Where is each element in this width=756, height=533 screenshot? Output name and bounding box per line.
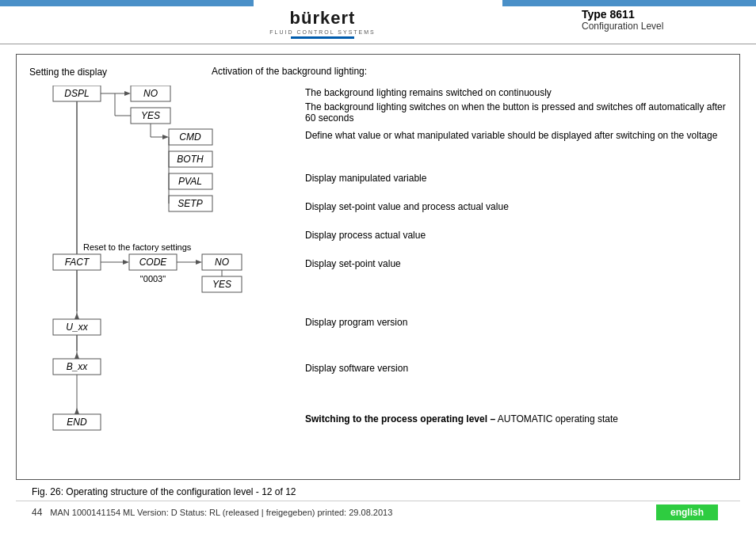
top-row: Setting the display Activation of the ba… bbox=[29, 66, 727, 79]
logo-name: bürkert bbox=[290, 8, 356, 29]
activation-text: Activation of the background lighting: bbox=[212, 66, 367, 77]
svg-text:B_xx: B_xx bbox=[67, 361, 89, 372]
desc-define: Define what value or what manipulated va… bbox=[305, 130, 727, 141]
end-normal: AUTOMATIC operating state bbox=[498, 413, 618, 424]
desc-u-xx: Display program version bbox=[305, 317, 727, 328]
desc-end: Switching to the process operating level… bbox=[305, 413, 727, 424]
diagram-box: Setting the display Activation of the ba… bbox=[16, 54, 740, 480]
desc-no: The background lighting remains switched… bbox=[305, 87, 727, 98]
logo-bar bbox=[291, 36, 354, 39]
svg-marker-50 bbox=[74, 313, 79, 319]
page-number: 44 bbox=[32, 507, 42, 518]
logo-area: bürkert FLUID CONTROL SYSTEMS bbox=[16, 8, 582, 39]
svg-marker-51 bbox=[74, 352, 79, 359]
svg-text:"0003": "0003" bbox=[140, 274, 166, 284]
man-text: MAN 1000141154 ML Version: D Status: RL … bbox=[50, 508, 392, 517]
top-bar-right bbox=[502, 0, 756, 6]
svg-marker-13 bbox=[162, 135, 169, 139]
svg-text:DSPL: DSPL bbox=[64, 88, 89, 99]
desc-pval: Display process actual value bbox=[305, 230, 727, 241]
desc-both: Display set-point value and process actu… bbox=[305, 201, 727, 212]
svg-marker-3 bbox=[124, 91, 131, 96]
svg-text:YES: YES bbox=[141, 110, 160, 121]
figure-caption: Fig. 26: Operating structure of the conf… bbox=[16, 486, 740, 497]
right-descriptions: The background lighting remains switched… bbox=[299, 86, 727, 468]
svg-text:FACT: FACT bbox=[65, 257, 90, 268]
svg-marker-52 bbox=[74, 408, 79, 414]
svg-text:END: END bbox=[67, 417, 87, 428]
language-button[interactable]: english bbox=[656, 504, 718, 520]
desc-cmd: Display manipulated variable bbox=[305, 173, 727, 184]
svg-text:YES: YES bbox=[212, 279, 231, 290]
svg-text:CODE: CODE bbox=[139, 257, 168, 268]
svg-text:U_xx: U_xx bbox=[66, 322, 88, 333]
flow-svg: DSPL NO YES bbox=[29, 86, 299, 466]
desc-b-xx: Display software version bbox=[305, 363, 727, 374]
config-label: Configuration Level bbox=[582, 21, 740, 32]
svg-text:NO: NO bbox=[215, 257, 229, 268]
footer-bar: 44 MAN 1000141154 ML Version: D Status: … bbox=[16, 501, 740, 523]
svg-text:PVAL: PVAL bbox=[178, 176, 202, 187]
svg-marker-32 bbox=[196, 260, 202, 265]
svg-text:SETP: SETP bbox=[178, 198, 202, 209]
svg-text:Reset to the factory settings: Reset to the factory settings bbox=[83, 242, 192, 252]
header-right: Type 8611 Configuration Level bbox=[582, 8, 740, 32]
top-bar-left bbox=[0, 0, 254, 6]
setting-label-area: Setting the display bbox=[29, 66, 212, 79]
svg-text:NO: NO bbox=[143, 88, 158, 99]
flow-area: DSPL NO YES bbox=[29, 86, 727, 468]
type-label: Type 8611 bbox=[582, 8, 740, 21]
svg-marker-28 bbox=[123, 260, 129, 265]
svg-text:BOTH: BOTH bbox=[177, 154, 204, 165]
end-bold: Switching to the process operating level… bbox=[305, 413, 495, 424]
flow-diagram: DSPL NO YES bbox=[29, 86, 299, 468]
desc-setp: Display set-point value bbox=[305, 258, 727, 269]
svg-text:CMD: CMD bbox=[179, 131, 201, 143]
logo-sub: FLUID CONTROL SYSTEMS bbox=[269, 29, 376, 35]
main-content: Setting the display Activation of the ba… bbox=[0, 44, 756, 533]
setting-label: Setting the display bbox=[29, 66, 212, 79]
desc-yes: The background lighting switches on when… bbox=[305, 101, 727, 124]
page-header: bürkert FLUID CONTROL SYSTEMS Type 8611 … bbox=[0, 0, 756, 44]
